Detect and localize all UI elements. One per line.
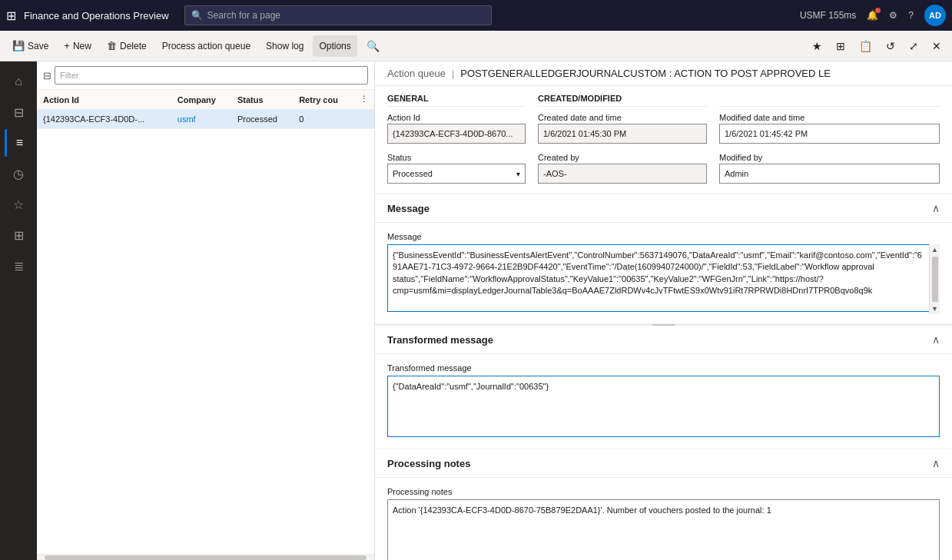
delete-icon: 🗑 bbox=[107, 40, 117, 51]
modified-date-label: Modified date and time bbox=[719, 113, 940, 122]
processing-notes-header[interactable]: Processing notes ∧ bbox=[375, 449, 952, 478]
sidebar-settings-icon[interactable]: ≣ bbox=[5, 252, 32, 280]
modified-by-group: Modified by Admin bbox=[719, 153, 940, 184]
transformed-section-header[interactable]: Transformed message ∧ bbox=[375, 326, 952, 354]
show-log-button[interactable]: Show log bbox=[260, 35, 310, 57]
filter-input[interactable] bbox=[55, 66, 368, 84]
message-section-header[interactable]: Message ∧ bbox=[375, 194, 952, 223]
col-status[interactable]: Status bbox=[231, 90, 293, 110]
favorites-icon[interactable]: ★ bbox=[808, 37, 827, 55]
save-icon: 💾 bbox=[12, 40, 25, 51]
toolbar: 💾 Save + New 🗑 Delete Process action que… bbox=[0, 31, 952, 61]
status-label: Status bbox=[387, 153, 526, 162]
processing-notes-title: Processing notes bbox=[387, 458, 470, 469]
status-group: Status Processed ▾ bbox=[387, 153, 526, 184]
sidebar-filter-icon[interactable]: ⊟ bbox=[5, 98, 32, 126]
company-link[interactable]: usmf bbox=[177, 114, 196, 124]
message-section-title: Message bbox=[387, 203, 430, 214]
notification-icon[interactable]: 🔔 bbox=[867, 10, 878, 21]
options-button[interactable]: Options bbox=[313, 35, 357, 57]
left-sidebar: ⌂ ⊟ ≡ ◷ ☆ ⊞ ≣ bbox=[0, 61, 37, 560]
third-col-header bbox=[719, 94, 940, 107]
top-navigation: ⊞ Finance and Operations Preview 🔍 Searc… bbox=[0, 0, 952, 31]
message-scrollbar[interactable]: ▲ ▼ bbox=[929, 244, 940, 314]
transformed-field-label: Transformed message bbox=[387, 363, 940, 373]
list-scrollbar[interactable] bbox=[37, 554, 374, 560]
table-row[interactable]: {142393CA-ECF3-4D0D-... usmf Processed 0 bbox=[37, 110, 374, 129]
processing-notes-chevron-icon: ∧ bbox=[932, 457, 940, 469]
processing-notes-body: Processing notes Action '{142393CA-ECF3-… bbox=[375, 478, 952, 560]
app-grid-icon[interactable]: ⊞ bbox=[6, 8, 16, 23]
personalize-icon[interactable]: ⊞ bbox=[831, 37, 850, 55]
action-id-value: {142393CA-ECF3-4D0D-8670... bbox=[387, 124, 526, 144]
cell-more bbox=[353, 110, 374, 129]
message-textarea[interactable]: {"BusinessEventId":"BusinessEventsAlertE… bbox=[387, 244, 940, 312]
transformed-section-title: Transformed message bbox=[387, 334, 493, 346]
nav-right: USMF 155ms 🔔 ⚙ ? AD bbox=[800, 5, 946, 26]
toolbar-search-button[interactable]: 🔍 bbox=[363, 37, 383, 55]
sidebar-bookmark-icon[interactable]: ☆ bbox=[5, 191, 32, 218]
message-section: Message ∧ Message {"BusinessEventId":"Bu… bbox=[375, 194, 952, 323]
created-by-value: -AOS- bbox=[538, 164, 707, 184]
search-icon: 🔍 bbox=[191, 10, 203, 21]
created-date-value: 1/6/2021 01:45:30 PM bbox=[538, 124, 707, 144]
created-by-group: Created by -AOS- bbox=[538, 153, 707, 184]
message-field-label: Message bbox=[387, 232, 940, 241]
transformed-chevron-icon: ∧ bbox=[932, 333, 940, 346]
help-icon[interactable]: ? bbox=[908, 10, 914, 21]
modified-date-group: Modified date and time bbox=[719, 113, 940, 144]
col-action-id[interactable]: Action Id bbox=[37, 90, 171, 110]
user-company: USMF 155ms bbox=[800, 10, 856, 21]
save-button[interactable]: 💾 Save bbox=[6, 35, 55, 57]
breadcrumb-queue: Action queue bbox=[387, 68, 446, 79]
filter-toggle-icon[interactable]: ⊟ bbox=[43, 70, 51, 81]
breadcrumb-action: POSTGENERALLEDGERJOURNALCUSTOM : ACTION … bbox=[460, 68, 831, 79]
general-section: GENERAL CREATED/MODIFIED Action Id {1423… bbox=[375, 86, 952, 193]
user-avatar[interactable]: AD bbox=[924, 5, 946, 26]
message-field-container: {"BusinessEventId":"BusinessEventsAlertE… bbox=[387, 244, 940, 314]
col-company[interactable]: Company bbox=[171, 90, 231, 110]
action-id-group: Action Id {142393CA-ECF3-4D0D-8670... bbox=[387, 113, 526, 144]
list-table: Action Id Company Status Retry cou ⋮ {14… bbox=[37, 90, 374, 554]
table-header-row: Action Id Company Status Retry cou ⋮ bbox=[37, 90, 374, 110]
process-action-queue-button[interactable]: Process action queue bbox=[156, 35, 257, 57]
transformed-section-body: Transformed message {"DataAreaId":"usmf"… bbox=[375, 354, 952, 449]
transformed-textarea[interactable]: {"DataAreaId":"usmf","JournalId":"00635"… bbox=[387, 376, 940, 437]
settings-icon[interactable]: ⚙ bbox=[889, 10, 897, 21]
dropdown-chevron-icon: ▾ bbox=[516, 170, 520, 178]
cell-status: Processed bbox=[231, 110, 293, 129]
app-title: Finance and Operations Preview bbox=[24, 10, 169, 22]
modified-date-value[interactable] bbox=[719, 124, 940, 144]
detail-panel: Action queue | POSTGENERALLEDGERJOURNALC… bbox=[375, 61, 952, 560]
scroll-up-btn[interactable]: ▲ bbox=[930, 244, 940, 255]
sidebar-home-icon[interactable]: ⌂ bbox=[5, 68, 32, 95]
cell-retry: 0 bbox=[293, 110, 353, 129]
col-retry[interactable]: Retry cou bbox=[293, 90, 353, 110]
sidebar-clock-icon[interactable]: ◷ bbox=[5, 160, 32, 187]
modified-by-value: Admin bbox=[719, 164, 940, 184]
sidebar-list-icon[interactable]: ≡ bbox=[5, 129, 32, 157]
audit-icon[interactable]: 📋 bbox=[854, 37, 877, 55]
created-date-group: Created date and time 1/6/2021 01:45:30 … bbox=[538, 113, 707, 144]
scroll-down-btn[interactable]: ▼ bbox=[930, 303, 940, 314]
search-placeholder: Search for a page bbox=[207, 10, 280, 21]
new-button[interactable]: + New bbox=[58, 35, 98, 57]
created-modified-header: CREATED/MODIFIED bbox=[538, 94, 707, 107]
new-icon: + bbox=[64, 40, 70, 51]
status-dropdown[interactable]: Processed ▾ bbox=[387, 164, 526, 184]
expand-icon[interactable]: ⤢ bbox=[904, 37, 923, 55]
transformed-section: Transformed message ∧ Transformed messag… bbox=[375, 326, 952, 449]
refresh-icon[interactable]: ↺ bbox=[881, 37, 900, 55]
action-id-label: Action Id bbox=[387, 113, 526, 122]
general-header: GENERAL bbox=[387, 94, 526, 107]
cell-company: usmf bbox=[171, 110, 231, 129]
sidebar-table-icon[interactable]: ⊞ bbox=[5, 221, 32, 249]
delete-button[interactable]: 🗑 Delete bbox=[101, 35, 153, 57]
cell-action-id: {142393CA-ECF3-4D0D-... bbox=[37, 110, 171, 129]
search-bar[interactable]: 🔍 Search for a page bbox=[184, 5, 492, 25]
main-layout: ⌂ ⊟ ≡ ◷ ☆ ⊞ ≣ ⊟ Action Id Company Status… bbox=[0, 61, 952, 560]
list-toolbar: ⊟ bbox=[37, 61, 374, 90]
close-icon[interactable]: ✕ bbox=[927, 37, 946, 55]
message-chevron-icon: ∧ bbox=[932, 202, 940, 214]
breadcrumb-separator: | bbox=[452, 68, 454, 79]
